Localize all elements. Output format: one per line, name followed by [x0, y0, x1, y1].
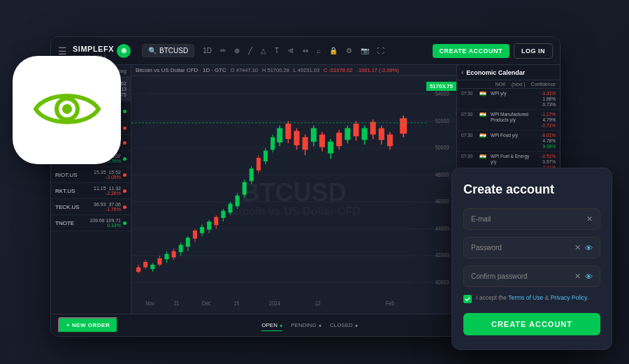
search-value: BTCUSD — [159, 47, 188, 54]
svg-text:40000: 40000 — [435, 279, 449, 286]
svg-rect-68 — [285, 124, 291, 139]
logo-text: SIMPLEFX — [73, 45, 114, 53]
svg-rect-92 — [387, 135, 393, 147]
tool-zoom[interactable]: ⌕ — [314, 45, 324, 56]
terms-link[interactable]: Terms of Use — [508, 294, 543, 301]
rkt-dot — [123, 189, 126, 193]
ohlc-low: L 49231.03 — [294, 67, 319, 73]
svg-text:Feb: Feb — [386, 300, 395, 307]
confirm-password-input[interactable] — [471, 272, 570, 280]
timeframe-btn[interactable]: 1D — [200, 45, 215, 56]
riot-dot — [123, 173, 126, 177]
svg-rect-90 — [379, 129, 384, 140]
instrument-rkt[interactable]: RKT.US 11.15 11.32 -2.26% — [51, 183, 131, 199]
confirm-password-toggle-icon[interactable]: 👁 — [585, 272, 593, 281]
chart-canvas[interactable]: BTCUSD Bitcoin vs US Dollar CFD 51703.75 — [131, 76, 456, 310]
svg-text:50000: 50000 — [435, 145, 449, 152]
svg-rect-42 — [193, 231, 197, 239]
email-clear-icon[interactable]: ✕ — [586, 214, 593, 224]
tab-open[interactable]: OPEN ● — [261, 320, 282, 331]
tool-lock[interactable]: 🔒 — [326, 45, 340, 56]
eye-icon — [32, 88, 102, 133]
password-input[interactable] — [471, 244, 570, 252]
tool-shapes[interactable]: △ — [258, 45, 269, 56]
svg-rect-88 — [370, 122, 376, 135]
tool-measure[interactable]: ⇔ — [300, 45, 311, 56]
svg-rect-26 — [136, 268, 140, 272]
confirm-password-field: ✕ 👁 — [463, 265, 600, 287]
svg-rect-38 — [179, 245, 183, 252]
svg-rect-86 — [362, 129, 368, 140]
eco-back-icon[interactable]: ‹ — [461, 68, 463, 76]
svg-text:Dec: Dec — [202, 300, 211, 307]
password-toggle-icon[interactable]: 👁 — [585, 244, 593, 252]
chart-top-bar: Bitcoin vs US Dollar CFD · 1D · GTC O 47… — [131, 65, 456, 76]
eco-event-1: 07:30 🇮🇳 WPI y/y -3.31% 1.86% 0.73% — [457, 89, 560, 110]
svg-rect-50 — [221, 211, 225, 218]
gme-dot — [123, 141, 126, 145]
tool-pencil[interactable]: ✏ — [217, 45, 229, 56]
tool-settings[interactable]: ⚙ — [343, 45, 355, 56]
svg-rect-94 — [400, 118, 407, 133]
terms-checkbox[interactable] — [463, 295, 472, 303]
instrument-riot[interactable]: RIOT.US 15.35 15.52 -3.09% — [51, 167, 131, 183]
create-account-modal: Create account ✕ ✕ 👁 ✕ 👁 — [451, 168, 612, 350]
hamburger-icon[interactable]: ☰ — [58, 45, 67, 57]
ohlc-high: H 51700.28 — [262, 67, 289, 73]
svg-rect-74 — [311, 129, 317, 142]
confirm-password-input-wrapper: ✕ 👁 — [463, 265, 600, 287]
new-order-button[interactable]: + NEW ORDER — [58, 317, 118, 333]
confirm-password-clear-icon[interactable]: ✕ — [574, 272, 581, 281]
svg-rect-58 — [250, 168, 254, 181]
svg-text:46000: 46000 — [435, 198, 449, 205]
tool-crosshair[interactable]: ⊕ — [231, 45, 243, 56]
candlestick-chart: 54000 52000 50000 48000 46000 44000 4200… — [131, 76, 456, 310]
ohlc-open: O 47447.10 — [231, 67, 258, 73]
password-clear-icon[interactable]: ✕ — [574, 243, 581, 252]
topbar-tools: 1D ✏ ⊕ ╱ △ T ⫷ ⇔ ⌕ 🔒 ⚙ 📷 ⛶ — [200, 45, 426, 56]
svg-rect-64 — [270, 137, 275, 150]
svg-text:12: 12 — [315, 300, 321, 307]
svg-rect-34 — [165, 254, 169, 259]
email-input[interactable] — [471, 215, 582, 223]
tnote-dot — [123, 221, 126, 225]
tool-text[interactable]: T — [272, 45, 282, 56]
search-box[interactable]: 🔍 BTCUSD — [142, 44, 194, 57]
topbar-login-button[interactable]: LOG IN — [514, 43, 553, 59]
tool-fullscreen[interactable]: ⛶ — [375, 45, 387, 56]
terms-text: I accept the Terms of Use & Privacy Poli… — [476, 294, 588, 303]
eurpln-dot — [123, 110, 126, 113]
svg-rect-80 — [336, 133, 342, 146]
password-input-wrapper: ✕ 👁 — [463, 237, 600, 259]
search-icon: 🔍 — [148, 47, 157, 54]
svg-rect-72 — [303, 137, 308, 150]
privacy-link[interactable]: Privacy Policy. — [551, 294, 589, 301]
svg-rect-28 — [143, 262, 147, 268]
svg-rect-40 — [186, 238, 190, 247]
svg-text:Nov: Nov — [145, 300, 154, 307]
eco-confidence-label: Confidence — [531, 82, 556, 87]
modal-title: Create account — [463, 182, 600, 197]
svg-text:2024: 2024 — [269, 300, 280, 307]
eco-title: Economic Calendar — [466, 69, 525, 76]
instrument-tnote[interactable]: TNOTE 109.68 109.71 0.13% — [51, 215, 131, 231]
chart-area: Bitcoin vs US Dollar CFD · 1D · GTC O 47… — [131, 65, 456, 314]
create-account-button[interactable]: CREATE ACCOUNT — [463, 313, 600, 335]
instrument-teck[interactable]: TECK.US 36.93 37.06 -1.76% — [51, 199, 131, 215]
tab-closed[interactable]: CLOSED ● — [330, 320, 358, 331]
tab-pending[interactable]: PENDING ● — [291, 320, 321, 331]
tool-screenshot[interactable]: 📷 — [358, 45, 372, 56]
chart-symbol: Bitcoin vs US Dollar CFD · 1D · GTC — [136, 67, 226, 73]
eco-currency: NOK — [496, 82, 506, 87]
topbar-create-account-button[interactable]: CREATE ACCOUNT — [433, 44, 510, 58]
svg-text:15: 15 — [234, 300, 240, 307]
topbar-actions: CREATE ACCOUNT LOG IN — [433, 43, 554, 59]
bottom-tabs: OPEN ● PENDING ● CLOSED ● — [261, 320, 358, 331]
svg-rect-52 — [228, 203, 232, 212]
tool-fib[interactable]: ⫷ — [284, 45, 297, 56]
email-input-wrapper: ✕ — [463, 208, 600, 230]
svg-rect-44 — [200, 227, 204, 233]
svg-text:21: 21 — [174, 300, 180, 307]
tool-line[interactable]: ╱ — [245, 45, 255, 56]
terms-row: I accept the Terms of Use & Privacy Poli… — [463, 294, 600, 303]
